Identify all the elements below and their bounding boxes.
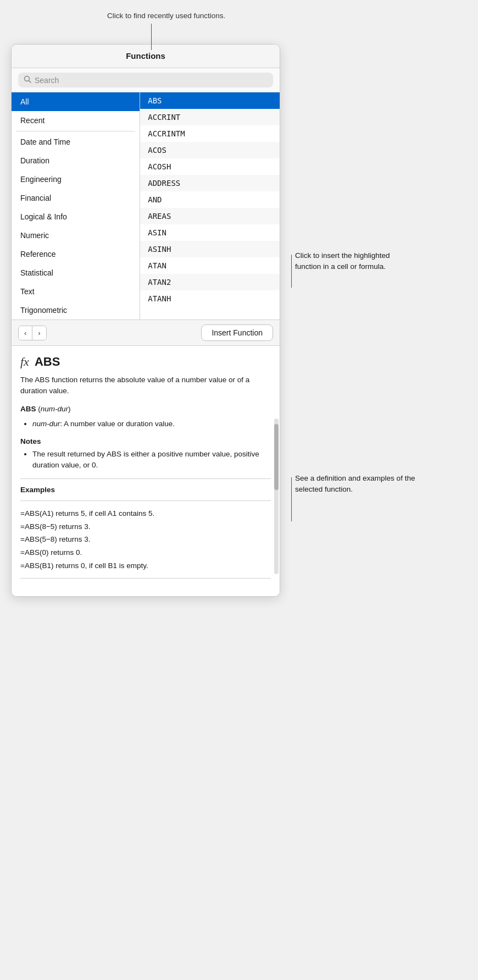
category-item-reference[interactable]: Reference (12, 245, 140, 263)
nav-prev-button[interactable]: ‹ (19, 326, 32, 340)
svg-line-1 (29, 81, 31, 83)
function-item-areas[interactable]: AREAS (140, 208, 280, 224)
doc-examples-title: Examples (20, 486, 271, 494)
outer-container: Click to find recently used functions. F… (11, 11, 467, 704)
function-item-accrint[interactable]: ACCRINT (140, 109, 280, 125)
search-icon (24, 75, 31, 85)
doc-example-2: =ABS(5−8) returns 3. (20, 533, 271, 546)
nav-next-button[interactable]: › (32, 326, 46, 340)
function-item-asinh[interactable]: ASINH (140, 241, 280, 257)
doc-notes-list: The result returned by ABS is either a p… (20, 449, 271, 471)
function-item-atan2[interactable]: ATAN2 (140, 274, 280, 290)
panel-title: Functions (126, 51, 165, 60)
search-bar-row (12, 68, 280, 92)
doc-func-name: ABS (35, 355, 60, 369)
function-item-atanh[interactable]: ATANH (140, 290, 280, 307)
right-callouts: Click to insert the highlighted function… (291, 44, 418, 704)
doc-syntax-func: ABS (20, 405, 36, 413)
doc-area: fx ABS The ABS function returns the abso… (12, 346, 280, 596)
doc-example-3: =ABS(0) returns 0. (20, 547, 271, 559)
category-item-duration[interactable]: Duration (12, 151, 140, 170)
panel-wrapper: Click to find recently used functions. F… (11, 11, 280, 597)
category-item-all[interactable]: All (12, 92, 140, 111)
doc-example-4: =ABS(B1) returns 0, if cell B1 is empty. (20, 560, 271, 572)
category-item-logical[interactable]: Logical & Info (12, 207, 140, 226)
nav-buttons: ‹ › (18, 326, 47, 340)
category-item-numeric[interactable]: Numeric (12, 226, 140, 245)
categories-col: All Recent Date and Time Duration (12, 92, 140, 320)
callout-top: Click to find recently used functions. (107, 11, 228, 50)
fx-icon: fx (20, 355, 29, 369)
doc-param-list: num-dur: A number value or duration valu… (20, 419, 271, 430)
function-item-address[interactable]: ADDRESS (140, 175, 280, 191)
toolbar-row: ‹ › Insert Function (12, 320, 280, 346)
callout-insert-block: Click to insert the highlighted function… (291, 250, 418, 288)
search-bar (18, 73, 273, 87)
doc-syntax: ABS (num-dur) (20, 405, 271, 413)
function-item-accrintm[interactable]: ACCRINTM (140, 125, 280, 142)
category-item-recent[interactable]: Recent (12, 111, 140, 130)
category-item-text[interactable]: Text (12, 282, 140, 301)
function-item-and[interactable]: AND (140, 191, 280, 208)
category-item-financial[interactable]: Financial (12, 189, 140, 207)
doc-example-0: =ABS(A1) returns 5, if cell A1 contains … (20, 508, 271, 520)
doc-title-row: fx ABS (20, 355, 271, 369)
search-input[interactable] (35, 76, 268, 85)
category-item-date-time[interactable]: Date and Time (12, 133, 140, 151)
function-item-acosh[interactable]: ACOSH (140, 158, 280, 175)
doc-note-item: The result returned by ABS is either a p… (32, 449, 271, 471)
category-item-engineering[interactable]: Engineering (12, 170, 140, 189)
doc-bottom-divider (20, 578, 271, 579)
category-item-statistical[interactable]: Statistical (12, 263, 140, 282)
callout-insert-line (291, 255, 292, 288)
doc-param-item: num-dur: A number value or duration valu… (32, 419, 271, 430)
callout-definition-line (291, 477, 292, 521)
category-item-trigonometric[interactable]: Trigonometric (12, 301, 140, 320)
function-item-acos[interactable]: ACOS (140, 142, 280, 158)
function-item-asin[interactable]: ASIN (140, 224, 280, 241)
content-row: All Recent Date and Time Duration (12, 92, 280, 320)
doc-example-1: =ABS(8−5) returns 3. (20, 521, 271, 533)
insert-function-button[interactable]: Insert Function (201, 324, 273, 341)
callout-definition-text: See a definition and examples of the sel… (295, 473, 418, 494)
callout-insert-text: Click to insert the highlighted function… (295, 250, 418, 272)
scrollbar-thumb[interactable] (274, 424, 279, 490)
doc-description: The ABS function returns the absolute va… (20, 375, 271, 397)
functions-col: ABS ACCRINT ACCRINTM ACOS ACOSH (140, 92, 280, 320)
doc-syntax-param: num-dur (41, 405, 68, 413)
doc-divider (20, 478, 271, 479)
callout-definition-block: See a definition and examples of the sel… (291, 473, 418, 521)
vertical-scrollbar[interactable] (274, 419, 279, 574)
functions-panel: Functions (11, 44, 280, 597)
function-item-atan[interactable]: ATAN (140, 257, 280, 274)
doc-notes-title: Notes (20, 437, 271, 445)
category-divider (16, 131, 135, 131)
doc-examples-divider (20, 500, 271, 501)
function-item-abs[interactable]: ABS (140, 92, 280, 109)
